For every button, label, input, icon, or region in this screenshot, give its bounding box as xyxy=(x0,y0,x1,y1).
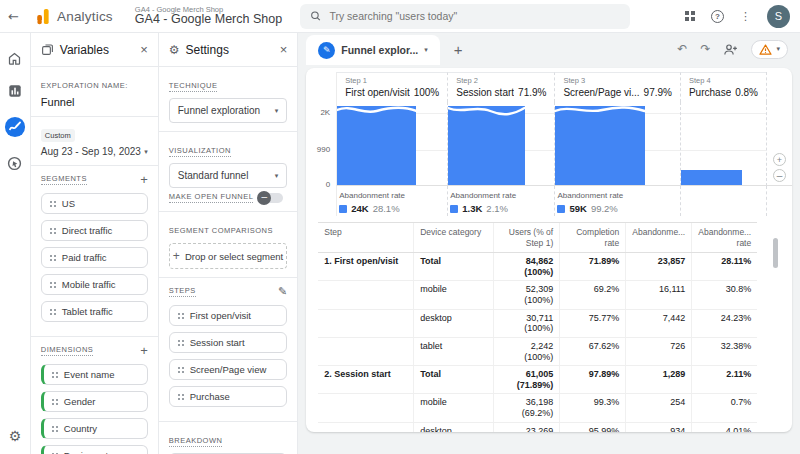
visualization-select[interactable]: Standard funnel ▾ xyxy=(169,163,287,188)
step-chip[interactable]: Screen/Page view xyxy=(169,359,287,380)
search-icon xyxy=(310,10,321,22)
explore-icon-active[interactable] xyxy=(4,116,26,138)
table-scrollbar[interactable] xyxy=(773,238,778,268)
dimension-chip[interactable]: Event name xyxy=(41,364,148,385)
table-row[interactable]: tablet2,242 (100%)67.62%72632.38% xyxy=(318,338,757,366)
chart-zoom-controls: + − xyxy=(766,102,792,186)
drag-handle-icon xyxy=(49,253,56,263)
dimension-chip[interactable]: Country xyxy=(41,418,148,439)
col-header-users[interactable]: Users (% of Step 1) xyxy=(493,223,559,252)
segment-chip[interactable]: US xyxy=(41,193,148,214)
step-chip[interactable]: Session start xyxy=(169,332,287,353)
funnel-bar[interactable] xyxy=(555,106,645,185)
cell-users: 61,005 (71.89%) xyxy=(493,366,559,394)
col-header-device[interactable]: Device category xyxy=(413,223,493,252)
undo-icon[interactable]: ↶ xyxy=(677,43,687,55)
avatar[interactable]: S xyxy=(767,5,790,28)
drop-segment-zone[interactable]: + Drop or select segment xyxy=(169,243,287,269)
drag-handle-icon xyxy=(177,392,184,402)
segments-label: SEGMENTS xyxy=(41,174,87,185)
funnel-bar[interactable] xyxy=(681,170,742,185)
table-row[interactable]: desktop30,711 (100%)75.77%7,44224.23% xyxy=(318,310,757,338)
add-tab-button[interactable]: + xyxy=(454,41,463,58)
make-open-funnel-label: MAKE OPEN FUNNEL xyxy=(169,192,254,203)
y-tick: 990 xyxy=(317,145,330,154)
analytics-logo xyxy=(32,7,51,26)
table-row[interactable]: 1. First open/visitTotal84,862 (100%)71.… xyxy=(318,253,757,281)
y-tick: 0 xyxy=(326,180,330,189)
share-icon[interactable] xyxy=(723,43,738,56)
reports-icon[interactable] xyxy=(8,84,22,98)
funnel-step-header[interactable]: Step 3 Screen/Page vi...97.9% xyxy=(554,72,680,102)
funnel-bar[interactable] xyxy=(337,106,416,185)
step-chip[interactable]: Purchase xyxy=(169,386,287,407)
cell-step: 2. Session start xyxy=(318,366,413,394)
open-funnel-toggle[interactable]: − xyxy=(259,193,283,203)
zoom-out-button[interactable]: − xyxy=(773,169,786,182)
nav-rail: ⚙ xyxy=(0,33,31,454)
col-header-completion[interactable]: Completion rate xyxy=(559,223,625,252)
step-chip[interactable]: First open/visit xyxy=(169,305,287,326)
segment-chip[interactable]: Paid traffic xyxy=(41,247,148,268)
advertising-icon[interactable] xyxy=(7,156,22,171)
admin-gear-icon[interactable]: ⚙ xyxy=(9,428,22,444)
funnel-step-header[interactable]: Step 2 Session start71.9% xyxy=(447,72,554,102)
date-range-section: Custom Aug 23 - Sep 19, 2023 ▾ xyxy=(31,117,158,166)
tab-funnel-exploration[interactable]: ✎ Funnel explor... ▾ xyxy=(306,35,440,65)
variables-close-icon[interactable]: × xyxy=(140,42,148,57)
search-bar[interactable] xyxy=(300,4,630,29)
segment-chip[interactable]: Mobile traffic xyxy=(41,274,148,295)
drag-handle-icon xyxy=(49,280,56,290)
cell-completion: 99.3% xyxy=(559,394,625,422)
settings-close-icon[interactable]: × xyxy=(280,42,288,57)
exploration-name-value[interactable]: Funnel xyxy=(41,96,148,108)
trend-wave xyxy=(555,102,645,118)
cell-step xyxy=(318,310,413,338)
funnel-step-header[interactable]: Step 4 Purchase0.8% xyxy=(680,72,766,102)
property-switcher[interactable]: GA4 - Google Merch Shop GA4 - Google Mer… xyxy=(135,6,282,27)
table-row[interactable]: mobile52,309 (100%)69.2%16,11130.8% xyxy=(318,281,757,309)
add-segment-icon[interactable]: + xyxy=(140,173,148,186)
search-input[interactable] xyxy=(329,10,620,22)
chevron-down-icon: ▾ xyxy=(424,46,428,54)
cell-device: Total xyxy=(413,253,493,281)
legend-square-icon xyxy=(339,205,347,213)
more-vertical-icon[interactable]: ⋮ xyxy=(740,10,751,23)
step-label: Purchase xyxy=(190,391,230,402)
cell-users: 23,269 (75.77%) xyxy=(493,423,559,432)
technique-section: TECHNIQUE Funnel exploration ▾ xyxy=(159,67,297,132)
edit-steps-icon[interactable]: ✎ xyxy=(278,285,287,298)
segment-comparisons-section: SEGMENT COMPARISONS + Drop or select seg… xyxy=(159,212,297,278)
dimension-chip[interactable]: Device category xyxy=(41,445,148,454)
date-custom-badge: Custom xyxy=(41,129,75,142)
drag-handle-icon xyxy=(177,338,184,348)
segment-chip[interactable]: Tablet traffic xyxy=(41,301,148,322)
sampling-warning-button[interactable]: ▾ xyxy=(751,40,788,59)
help-icon[interactable]: ? xyxy=(711,10,724,23)
segment-chip[interactable]: Direct traffic xyxy=(41,220,148,241)
add-dimension-icon[interactable]: + xyxy=(140,344,148,357)
home-icon[interactable] xyxy=(7,51,22,66)
col-header-abandonment-rate[interactable]: Abandonme... rate xyxy=(691,223,757,252)
exploration-name-label: EXPLORATION NAME: xyxy=(41,81,128,90)
table-row[interactable]: 2. Session startTotal61,005 (71.89%)97.8… xyxy=(318,366,757,394)
cell-device: desktop xyxy=(413,423,493,432)
technique-select[interactable]: Funnel exploration ▾ xyxy=(169,98,287,123)
visualization-section: VISUALIZATION Standard funnel ▾ MAKE OPE… xyxy=(159,132,297,212)
table-row[interactable]: desktop23,269 (75.77%)95.99%9344.01% xyxy=(318,423,757,432)
cell-abandonments: 1,289 xyxy=(625,366,691,394)
step-name: Screen/Page vi... xyxy=(563,87,639,98)
back-button[interactable]: ← xyxy=(8,9,28,24)
redo-icon[interactable]: ↷ xyxy=(700,43,710,55)
funnel-data-table: Step Device category Users (% of Step 1)… xyxy=(318,222,757,432)
org-grid-icon[interactable] xyxy=(685,11,695,21)
date-range-picker[interactable]: Aug 23 - Sep 19, 2023 ▾ xyxy=(41,146,148,157)
col-header-abandonments[interactable]: Abandonme... xyxy=(625,223,691,252)
funnel-bar[interactable] xyxy=(448,106,524,185)
col-header-step[interactable]: Step xyxy=(318,223,413,252)
dimension-chip[interactable]: Gender xyxy=(41,391,148,412)
funnel-step-header[interactable]: Step 1 First open/visit100% xyxy=(336,72,447,102)
zoom-in-button[interactable]: + xyxy=(773,153,786,166)
table-row[interactable]: mobile36,198 (69.2%)99.3%2540.7% xyxy=(318,394,757,422)
abandonment-rate: 28.1% xyxy=(373,203,400,214)
